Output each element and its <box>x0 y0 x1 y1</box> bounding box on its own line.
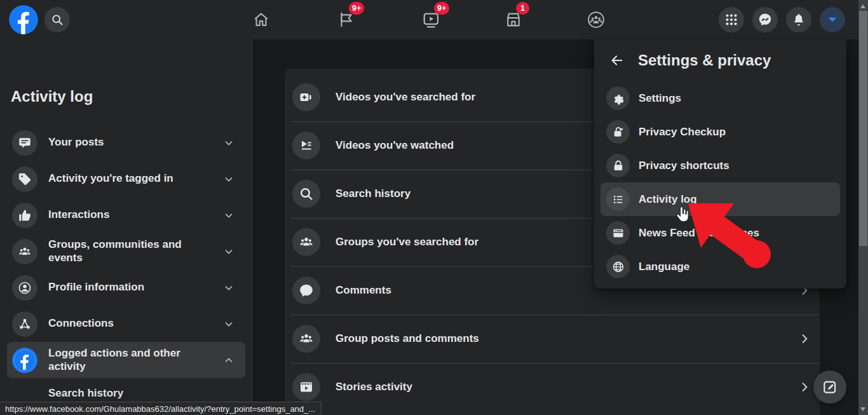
row-group-posts-comments[interactable]: Group posts and comments <box>285 315 820 363</box>
nav-tab-pages[interactable]: 9+ <box>329 2 364 37</box>
caret-down-icon <box>827 17 837 23</box>
sidebar-item-logged-actions[interactable]: Logged actions and other activity <box>7 342 245 378</box>
page-title: Activity log <box>11 88 93 105</box>
compose-icon <box>822 379 838 395</box>
gear-icon <box>611 92 625 105</box>
people-icon <box>299 235 314 250</box>
facebook-logo[interactable] <box>9 5 38 34</box>
stories-icon <box>299 379 314 395</box>
search-button[interactable] <box>44 7 70 32</box>
scroll-down-arrow-icon[interactable] <box>860 407 865 411</box>
bell-icon <box>792 13 806 27</box>
page-scrollbar[interactable] <box>858 0 868 415</box>
search-icon <box>51 13 64 26</box>
facebook-icon <box>12 348 37 373</box>
chevron-down-icon <box>223 173 234 185</box>
marketplace-badge: 1 <box>516 2 529 15</box>
menu-item-settings[interactable]: Settings <box>600 81 840 115</box>
settings-privacy-menu: Settings & privacy Settings Privacy Chec… <box>594 39 846 289</box>
pages-badge: 9+ <box>349 2 364 15</box>
globe-icon <box>612 261 625 273</box>
notifications-button[interactable] <box>786 7 811 32</box>
compose-button[interactable] <box>813 371 846 404</box>
row-stories-activity[interactable]: Stories activity <box>285 363 820 411</box>
thumbs-up-icon <box>18 208 32 222</box>
chevron-down-icon <box>223 210 234 221</box>
menu-item-news-feed-preferences[interactable]: News Feed preferences <box>600 216 840 250</box>
nav-tab-marketplace[interactable]: 1 <box>496 2 531 37</box>
video-playlist-icon <box>299 138 314 153</box>
groups-icon <box>587 10 606 29</box>
sidebar-item-groups-communities[interactable]: Groups, communities and events <box>0 233 252 269</box>
menu-item-privacy-checkup[interactable]: Privacy Checkup <box>600 115 840 149</box>
top-navbar: 9+ 9+ 1 <box>0 0 868 39</box>
chevron-down-icon <box>223 282 234 294</box>
lock-icon <box>612 160 625 172</box>
nav-tab-home[interactable] <box>243 2 279 37</box>
chevron-right-icon <box>798 332 811 345</box>
status-url: https://www.facebook.com/Ghulamabbas632/… <box>5 404 315 414</box>
sidebar-item-interactions[interactable]: Interactions <box>0 197 252 233</box>
menu-item-language[interactable]: Language <box>600 250 840 283</box>
video-add-icon <box>299 90 314 105</box>
menu-item-activity-log[interactable]: Activity log <box>600 182 840 216</box>
sidebar-item-profile-information[interactable]: Profile information <box>0 269 252 306</box>
newsfeed-icon <box>612 227 625 240</box>
people-icon <box>18 245 32 259</box>
comment-icon <box>299 283 314 298</box>
search-icon <box>299 186 314 201</box>
activity-log-sidebar: Activity log Your posts Activity you're … <box>0 39 252 415</box>
scroll-up-arrow-icon[interactable] <box>860 4 865 8</box>
chevron-right-icon <box>798 381 811 393</box>
menu-item-privacy-shortcuts[interactable]: Privacy shortcuts <box>600 149 840 182</box>
lock-heart-icon <box>612 126 625 139</box>
people-icon <box>299 331 314 346</box>
menu-title: Settings & privacy <box>638 51 771 69</box>
browser-status-bar: https://www.facebook.com/Ghulamabbas632/… <box>0 402 322 415</box>
apps-menu-button[interactable] <box>719 7 744 32</box>
home-icon <box>252 11 270 29</box>
messenger-icon <box>757 12 773 27</box>
sidebar-item-your-posts[interactable]: Your posts <box>0 125 252 161</box>
tag-icon <box>18 172 32 186</box>
scrollbar-thumb[interactable] <box>859 11 867 246</box>
watch-badge: 9+ <box>434 2 449 15</box>
posts-icon <box>18 136 32 150</box>
chevron-down-icon <box>223 246 234 257</box>
apps-grid-icon <box>725 13 738 26</box>
arrow-left-icon <box>610 53 624 67</box>
back-button[interactable] <box>606 49 628 72</box>
connections-icon <box>18 317 32 331</box>
activity-log-icon <box>612 193 625 206</box>
nav-tab-groups[interactable] <box>578 2 614 37</box>
chevron-down-icon <box>223 318 234 330</box>
sidebar-item-connections[interactable]: Connections <box>0 306 252 342</box>
account-menu-button[interactable] <box>820 7 845 32</box>
chevron-down-icon <box>223 137 234 149</box>
nav-tab-watch[interactable]: 9+ <box>414 2 449 37</box>
chevron-up-icon <box>223 355 234 366</box>
sidebar-item-tagged-activity[interactable]: Activity you're tagged in <box>0 161 252 197</box>
messenger-button[interactable] <box>752 7 778 32</box>
profile-icon <box>18 281 32 295</box>
